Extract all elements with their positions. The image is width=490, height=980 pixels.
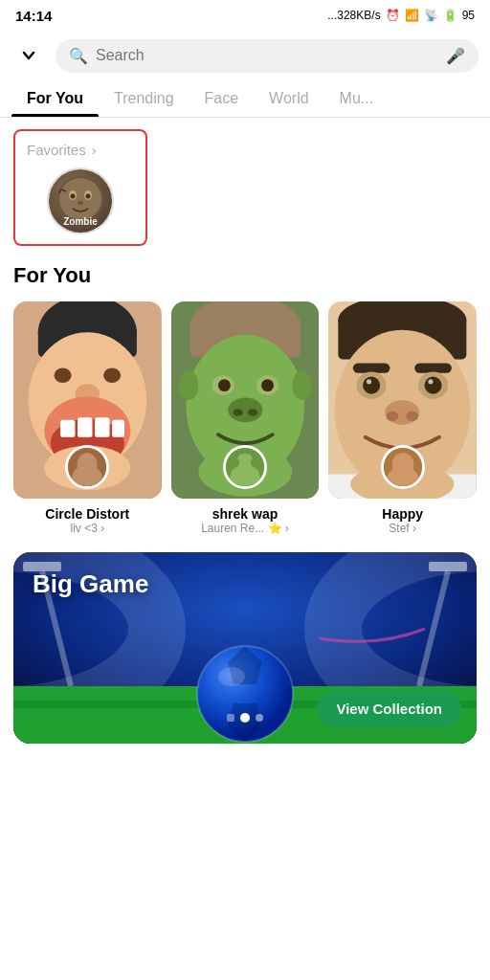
header: 🔍 🎤 <box>0 31 490 80</box>
svg-point-55 <box>425 377 442 394</box>
for-you-section-title: For You <box>13 263 477 288</box>
filter-card-happy[interactable]: Happy Stef › <box>328 301 477 535</box>
battery-level: 95 <box>462 9 475 22</box>
svg-point-31 <box>292 370 312 400</box>
filter-avatar-happy <box>381 445 425 489</box>
svg-point-14 <box>103 368 121 383</box>
svg-point-37 <box>233 409 242 416</box>
filter-name-shrek-wap: shrek wap <box>212 506 278 522</box>
filter-card-circle-distort[interactable]: Circle Distort liv <3 › <box>13 301 162 535</box>
zombie-label: Zombie <box>63 216 98 227</box>
favorites-title: Favorites › <box>25 141 136 160</box>
battery-icon: 🔋 <box>443 9 457 22</box>
svg-point-76 <box>218 667 245 686</box>
svg-rect-71 <box>429 562 467 571</box>
filter-creator-happy: Stef › <box>389 522 416 535</box>
svg-point-5 <box>86 194 91 199</box>
network-speed: ...328KB/s <box>327 9 380 22</box>
favorite-circle-zombie: Zombie <box>47 167 114 234</box>
alarm-icon: ⏰ <box>386 9 400 22</box>
svg-rect-50 <box>353 363 390 372</box>
svg-point-35 <box>261 379 274 391</box>
favorites-section[interactable]: Favorites › <box>13 129 147 246</box>
status-icons: ...328KB/s ⏰ 📶 📡 🔋 95 <box>327 9 475 22</box>
favorites-chevron: › <box>88 142 97 158</box>
tab-trending[interactable]: Trending <box>99 80 189 117</box>
svg-point-57 <box>429 379 434 384</box>
tabs-bar: For You Trending Face World Mu... <box>0 80 490 118</box>
filter-thumb-circle-distort <box>13 301 162 499</box>
avatar-happy-svg <box>384 448 422 486</box>
filter-avatar-shrek-wap <box>223 445 267 489</box>
filter-creator-circle-distort: liv <3 › <box>70 522 104 535</box>
svg-point-1 <box>59 178 101 220</box>
svg-point-56 <box>367 379 371 384</box>
filter-name-circle-distort: Circle Distort <box>45 506 129 522</box>
svg-point-6 <box>78 201 83 205</box>
tab-mu[interactable]: Mu... <box>324 80 390 117</box>
svg-point-38 <box>248 409 257 416</box>
svg-point-4 <box>71 194 76 199</box>
search-bar[interactable]: 🔍 🎤 <box>56 39 479 73</box>
view-collection-button[interactable]: View Collection <box>317 691 461 726</box>
favorite-item-zombie[interactable]: Zombie <box>25 167 136 234</box>
wifi-icon: 📡 <box>424 9 438 22</box>
svg-point-30 <box>178 370 198 400</box>
svg-point-34 <box>218 379 231 391</box>
status-bar: 14:14 ...328KB/s ⏰ 📶 📡 🔋 95 <box>0 0 490 31</box>
tab-face[interactable]: Face <box>189 80 255 117</box>
svg-rect-19 <box>78 417 92 437</box>
svg-point-36 <box>228 398 262 423</box>
filter-thumb-shrek-wap <box>171 301 320 499</box>
filter-card-shrek-wap[interactable]: shrek wap Lauren Re... ⭐ › <box>171 301 320 535</box>
banner-dot-1 <box>227 714 234 722</box>
dropdown-button[interactable] <box>11 38 46 73</box>
filter-creator-shrek-wap: Lauren Re... ⭐ › <box>201 522 289 535</box>
filter-avatar-circle-distort <box>65 445 109 489</box>
filter-thumb-happy <box>328 301 477 499</box>
svg-point-13 <box>55 368 72 383</box>
main-content: Favorites › <box>0 118 490 755</box>
svg-rect-51 <box>415 363 453 372</box>
svg-point-54 <box>363 377 380 394</box>
banner-dots <box>227 713 263 723</box>
search-input[interactable] <box>96 47 438 64</box>
banner-dot-3 <box>256 714 263 722</box>
big-game-banner[interactable]: Big Game View Collection <box>13 552 477 744</box>
tab-world[interactable]: World <box>254 80 324 117</box>
svg-point-59 <box>387 412 399 421</box>
filter-name-happy: Happy <box>382 506 423 522</box>
search-icon: 🔍 <box>69 47 88 65</box>
signal-icon: 📶 <box>405 9 419 22</box>
microphone-icon[interactable]: 🎤 <box>446 47 465 65</box>
svg-rect-18 <box>60 420 75 437</box>
status-time: 14:14 <box>15 8 52 24</box>
svg-point-60 <box>407 412 419 421</box>
tab-for-you[interactable]: For You <box>11 80 99 117</box>
svg-rect-20 <box>95 417 109 437</box>
chevron-down-icon <box>19 46 38 65</box>
big-game-title: Big Game <box>33 569 148 599</box>
avatar-circle-distort-svg <box>68 448 106 486</box>
filters-grid: Circle Distort liv <3 › <box>13 301 477 535</box>
banner-dot-2 <box>240 713 250 723</box>
svg-rect-21 <box>112 420 124 437</box>
avatar-shrek-svg <box>226 448 264 486</box>
